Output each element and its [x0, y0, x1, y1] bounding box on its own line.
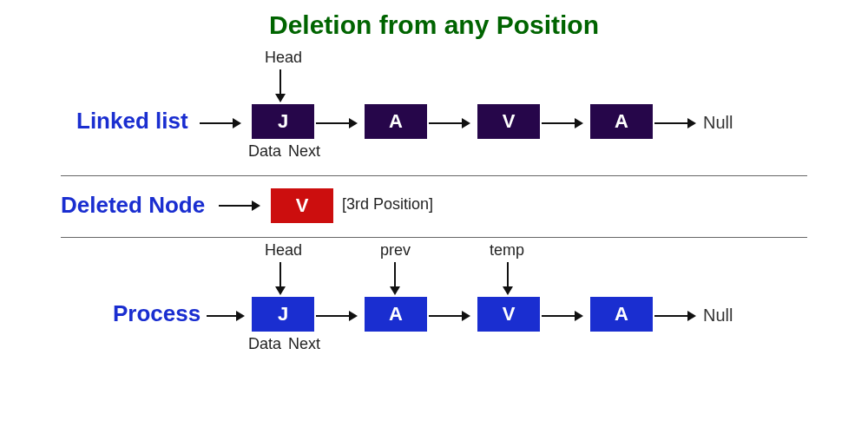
temp-label: temp [490, 241, 524, 260]
node-v: V [477, 297, 540, 332]
deleted-node: V [271, 188, 333, 223]
linked-list-row: Linked list Head J A V A Null Data Next [0, 45, 868, 175]
svg-marker-5 [349, 118, 358, 128]
node-j: J [252, 297, 314, 332]
svg-marker-11 [687, 118, 696, 128]
node-v: V [477, 104, 540, 139]
process-label: Process [113, 300, 201, 327]
deleted-node-label: Deleted Node [61, 192, 205, 219]
head-label: Head [265, 241, 302, 260]
svg-marker-27 [575, 311, 583, 321]
svg-marker-25 [462, 311, 470, 321]
next-label: Next [288, 142, 320, 161]
svg-marker-15 [275, 286, 286, 295]
arrow-right-icon [542, 309, 585, 323]
next-label: Next [288, 335, 320, 353]
arrow-right-icon [542, 116, 585, 130]
arrow-down-icon [394, 262, 396, 293]
node-a1: A [365, 104, 427, 139]
arrow-down-icon [279, 262, 281, 293]
arrow-right-icon [316, 116, 359, 130]
node-a2: A [590, 297, 653, 332]
arrow-right-icon [429, 116, 472, 130]
position-note: [3rd Position] [342, 195, 433, 214]
svg-marker-1 [275, 94, 286, 102]
svg-marker-29 [687, 311, 696, 321]
node-a1: A [365, 297, 427, 332]
svg-marker-13 [252, 201, 260, 211]
arrow-right-icon [200, 116, 243, 130]
linked-list-label: Linked list [76, 108, 188, 135]
svg-marker-7 [462, 118, 470, 128]
process-row: Process Head prev temp J A V A Null Data… [0, 238, 868, 368]
deleted-node-row: Deleted Node V [3rd Position] [0, 176, 868, 237]
svg-marker-9 [575, 118, 583, 128]
head-label: Head [265, 49, 302, 67]
null-text: Null [703, 113, 733, 133]
arrow-down-icon [279, 69, 281, 101]
arrow-right-icon [654, 309, 698, 323]
data-label: Data [248, 335, 281, 353]
data-label: Data [248, 142, 281, 161]
arrow-right-icon [654, 116, 698, 130]
arrow-right-icon [316, 309, 359, 323]
arrow-right-icon [429, 309, 472, 323]
svg-marker-3 [233, 118, 241, 128]
svg-marker-21 [236, 311, 245, 321]
svg-marker-23 [349, 311, 358, 321]
node-j: J [252, 104, 314, 139]
svg-marker-19 [503, 286, 513, 295]
svg-marker-17 [390, 286, 400, 295]
diagram-title: Deletion from any Position [0, 0, 868, 45]
node-a2: A [590, 104, 653, 139]
arrow-down-icon [507, 262, 509, 293]
arrow-right-icon [219, 199, 262, 213]
null-text: Null [703, 306, 733, 326]
arrow-right-icon [207, 309, 247, 323]
prev-label: prev [380, 241, 411, 260]
